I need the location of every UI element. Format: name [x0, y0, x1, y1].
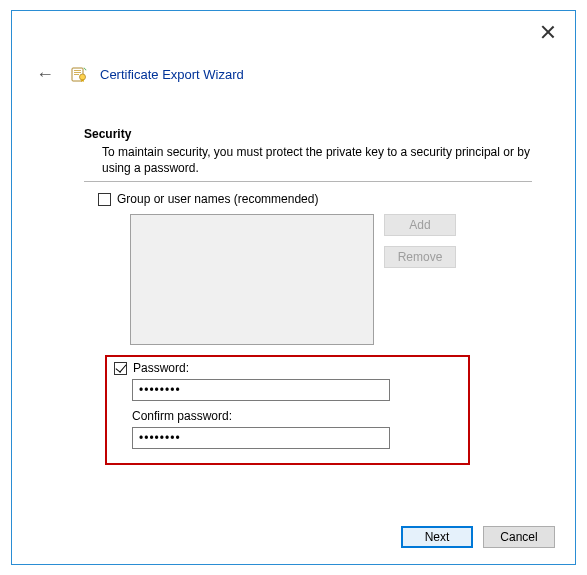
- group-users-label: Group or user names (recommended): [117, 192, 318, 206]
- close-icon[interactable]: [541, 25, 555, 39]
- group-users-option[interactable]: Group or user names (recommended): [98, 192, 532, 206]
- svg-point-4: [80, 74, 86, 80]
- group-users-area: Add Remove: [130, 214, 532, 345]
- password-checkbox[interactable]: [114, 362, 127, 375]
- wizard-window: ← Certificate Export Wizard Security To …: [11, 10, 576, 565]
- next-button[interactable]: Next: [401, 526, 473, 548]
- section-heading: Security: [84, 127, 532, 141]
- group-users-checkbox[interactable]: [98, 193, 111, 206]
- cancel-button[interactable]: Cancel: [483, 526, 555, 548]
- group-users-listbox[interactable]: [130, 214, 374, 345]
- password-option[interactable]: Password:: [114, 361, 454, 375]
- password-block: Password: Confirm password:: [114, 361, 454, 457]
- divider: [84, 181, 532, 182]
- add-button: Add: [384, 214, 456, 236]
- content-area: Security To maintain security, you must …: [84, 127, 532, 345]
- password-label: Password:: [133, 361, 189, 375]
- wizard-title: Certificate Export Wizard: [100, 67, 244, 82]
- wizard-footer: Next Cancel: [12, 526, 575, 548]
- section-description: To maintain security, you must protect t…: [102, 144, 532, 176]
- confirm-password-label: Confirm password:: [132, 409, 454, 423]
- svg-rect-2: [74, 72, 81, 73]
- group-users-buttons: Add Remove: [384, 214, 456, 345]
- certificate-icon: [70, 65, 88, 83]
- svg-rect-3: [74, 74, 79, 75]
- confirm-password-input[interactable]: [132, 427, 390, 449]
- back-arrow-icon[interactable]: ←: [32, 63, 58, 85]
- wizard-header: ← Certificate Export Wizard: [32, 63, 244, 85]
- remove-button: Remove: [384, 246, 456, 268]
- svg-rect-1: [74, 70, 81, 71]
- password-input[interactable]: [132, 379, 390, 401]
